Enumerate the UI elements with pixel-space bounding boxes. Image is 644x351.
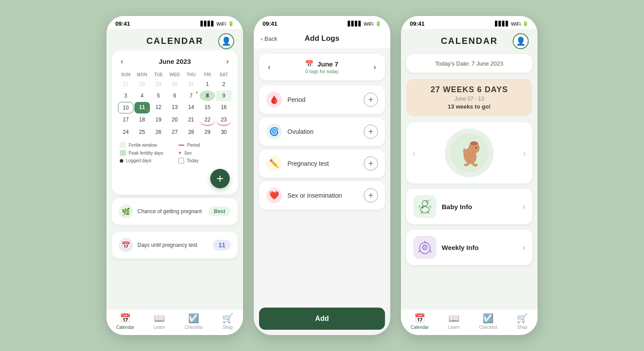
today-date-card: Today's Date: 7 June 2023 — [406, 54, 532, 73]
nav-learn-3[interactable]: 📖 Learn — [445, 313, 463, 330]
avatar-3[interactable]: 👤 — [513, 33, 529, 49]
nav-shop-3[interactable]: 🛒 Shop — [513, 313, 531, 330]
nav-calendar-1[interactable]: 📅 Calendar — [113, 313, 138, 330]
back-button[interactable]: ‹ Back — [261, 35, 277, 42]
legend-sex: ♥ Sex — [178, 150, 230, 156]
signal-icon-2: ▋▋▋▋ — [348, 21, 362, 27]
prev-baby-image-button[interactable]: ‹ — [412, 148, 416, 158]
weekly-info-left: Weekly Info — [413, 236, 479, 259]
cal-day[interactable]: 3 — [118, 90, 134, 101]
nav-learn-1[interactable]: 📖 Learn — [150, 313, 169, 330]
cal-day[interactable]: 29 — [200, 127, 215, 137]
log-item-sex[interactable]: ❤️ Sex or insemination + — [259, 181, 385, 210]
nav-calendar-3[interactable]: 📅 Calendar — [407, 313, 432, 330]
next-baby-image-button[interactable]: › — [523, 148, 526, 158]
log-item-period[interactable]: 🩸 Period + — [259, 86, 385, 114]
cal-day[interactable]: 15 — [200, 102, 215, 113]
shop-nav-icon-3: 🛒 — [517, 313, 528, 324]
logs-count: 0 logs for today — [305, 69, 338, 74]
period-icon: 🩸 — [269, 95, 279, 105]
cal-day[interactable]: 30 — [167, 79, 183, 90]
cal-day[interactable]: 5 — [151, 90, 166, 101]
cal-day[interactable]: 13 — [167, 102, 183, 113]
cal-day[interactable]: 1 — [200, 79, 215, 90]
add-ovulation-button[interactable]: + — [364, 125, 378, 139]
add-period-button[interactable]: + — [364, 93, 378, 107]
cal-day[interactable]: 25 — [134, 127, 150, 137]
add-log-fab[interactable]: + — [210, 169, 230, 188]
cal-day-10[interactable]: 10 — [118, 102, 134, 113]
nav-checklist-label-3: Checklist — [479, 325, 497, 330]
heart-red-icon: ❤️ — [269, 191, 279, 200]
cal-day-22[interactable]: 22 — [200, 114, 215, 126]
cal-day[interactable]: 16 — [216, 102, 232, 113]
cal-day-11[interactable]: 11♥ — [134, 102, 150, 113]
cal-day[interactable]: 31 — [183, 79, 199, 90]
legend-peak: Peak fertility days — [120, 150, 171, 156]
cal-day-9[interactable]: 9 — [216, 90, 232, 101]
cal-day[interactable]: 27 — [167, 127, 183, 137]
add-button[interactable]: Add — [259, 308, 385, 330]
prev-date-button[interactable]: ‹ — [268, 62, 271, 72]
legend-period: Period — [178, 142, 230, 148]
add-sex-button[interactable]: + — [364, 188, 378, 203]
cal-day[interactable]: 30 — [216, 127, 232, 137]
log-item-pregnancy-test[interactable]: ✏️ Pregnancy test + — [259, 149, 385, 178]
cal-day[interactable]: 12 — [151, 102, 166, 113]
cal-day[interactable]: 24 — [118, 127, 134, 137]
cal-day[interactable]: 21 — [183, 114, 199, 126]
cal-day[interactable]: 28 — [134, 79, 150, 90]
cal-day[interactable]: 26 — [151, 127, 166, 137]
cal-day[interactable]: 17 — [118, 114, 134, 126]
svg-line-8 — [419, 206, 420, 207]
cal-day[interactable]: 19 — [151, 114, 166, 126]
avatar-1[interactable]: 👤 — [218, 33, 234, 49]
wifi-icon-2: WiFi — [364, 21, 373, 27]
status-bar-1: 09:41 ▋▋▋▋ WiFi 🔋 — [106, 16, 243, 29]
next-month-button[interactable]: › — [224, 57, 232, 66]
peak-label: Peak fertility days — [129, 151, 163, 156]
calendar-nav-icon-3: 📅 — [414, 313, 425, 324]
header-bar-1: CALENDAR 👤 — [106, 29, 243, 51]
status-icons-2: ▋▋▋▋ WiFi 🔋 — [348, 21, 381, 27]
cal-day[interactable]: 29 — [151, 79, 166, 90]
wifi-icon-3: WiFi — [511, 21, 521, 27]
pregnancy-test-label: Days until pregnancy test — [137, 242, 197, 248]
next-date-button[interactable]: › — [373, 62, 376, 72]
chance-icon-circle: 🌿 — [119, 204, 133, 218]
cal-day[interactable]: 6 — [167, 90, 183, 101]
phone-calendar-left: 09:41 ▋▋▋▋ WiFi 🔋 CALENDAR 👤 ‹ June 2023… — [106, 16, 243, 335]
sex-icon-circle: ❤️ — [266, 187, 282, 203]
prev-month-button[interactable]: ‹ — [118, 57, 126, 66]
day-header-tue: TUE — [151, 71, 166, 78]
cal-day[interactable]: 27 — [118, 79, 134, 90]
baby-info-card[interactable]: Baby Info › — [406, 189, 532, 224]
svg-point-5 — [422, 201, 428, 207]
baby-image-circle — [445, 129, 494, 177]
log-item-ovulation-left: 🌀 Ovulation — [266, 124, 314, 140]
cal-day[interactable]: 4 — [134, 90, 150, 101]
cal-day[interactable]: 18 — [134, 114, 150, 126]
cal-day[interactable]: 20 — [167, 114, 183, 126]
bottom-nav-3: 📅 Calendar 📖 Learn ☑️ Checklist 🛒 Shop — [401, 309, 538, 335]
nav-shop-1[interactable]: 🛒 Shop — [219, 313, 237, 330]
nav-checklist-1[interactable]: ☑️ Checklist — [181, 313, 206, 330]
baby-info-title: Baby Info — [442, 203, 472, 211]
period-icon-circle: 🩸 — [266, 92, 282, 108]
weekly-info-card[interactable]: Weekly Info › — [406, 230, 532, 265]
learn-nav-icon-1: 📖 — [154, 313, 165, 324]
cal-day[interactable]: 28 — [183, 127, 199, 137]
log-item-ovulation[interactable]: 🌀 Ovulation + — [259, 117, 385, 146]
pregnancy-range: June 07 - 13 — [413, 96, 525, 102]
status-time-3: 09:41 — [410, 20, 424, 27]
status-time-2: 09:41 — [263, 20, 277, 27]
cal-day-23[interactable]: 23 — [216, 114, 232, 126]
add-pregnancy-test-button[interactable]: + — [364, 156, 378, 171]
pregnancy-test-log-label: Pregnancy test — [287, 160, 329, 167]
cal-day[interactable]: 14 — [183, 102, 199, 113]
log-item-sex-left: ❤️ Sex or insemination — [266, 187, 342, 203]
cal-day-8[interactable]: 8 — [200, 90, 215, 101]
cal-day[interactable]: 2 — [216, 79, 232, 90]
nav-checklist-3[interactable]: ☑️ Checklist — [475, 313, 501, 330]
cal-day-7[interactable]: 7● — [183, 90, 199, 101]
